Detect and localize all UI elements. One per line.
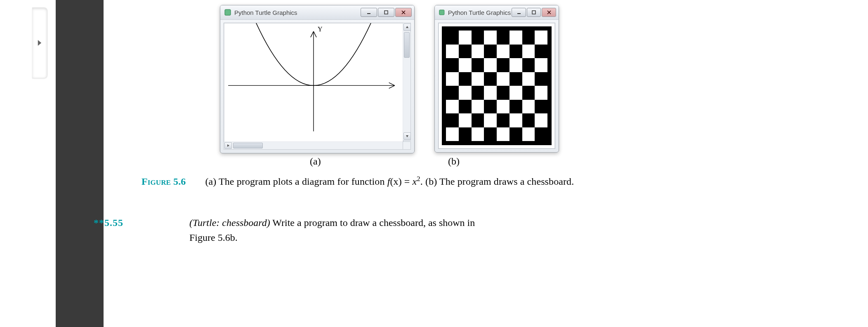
chess-square	[446, 31, 459, 45]
maximize-icon	[532, 10, 536, 14]
close-icon	[547, 10, 551, 14]
chess-square	[446, 100, 459, 114]
pdf-sidebar	[56, 0, 104, 327]
chess-square	[522, 86, 535, 100]
chess-square	[522, 45, 535, 59]
chessboard-canvas-area	[438, 23, 555, 149]
page-content: Python Turtle Graphics Y	[104, 0, 868, 327]
chess-square	[472, 31, 484, 45]
chess-square	[497, 127, 509, 141]
window-maximize-button[interactable]	[378, 8, 394, 17]
chess-square	[522, 100, 535, 114]
figure-caption: Figure 5.6 (a) The program plots a diagr…	[142, 174, 574, 188]
chess-square	[484, 45, 497, 59]
chess-square	[497, 58, 509, 72]
chess-square	[472, 86, 484, 100]
axis-label-y: Y	[318, 26, 323, 33]
chess-square	[535, 100, 547, 114]
svg-rect-0	[225, 9, 231, 15]
chess-square	[535, 86, 547, 100]
scroll-thumb-horizontal[interactable]	[233, 143, 263, 148]
close-icon	[401, 10, 406, 14]
chevron-right-icon	[226, 144, 230, 147]
chess-square	[522, 113, 535, 127]
chess-square	[472, 58, 484, 72]
window-titlebar[interactable]: Python Turtle Graphics	[435, 5, 559, 20]
window-minimize-button[interactable]	[361, 8, 377, 17]
chess-square	[459, 86, 472, 100]
chess-square	[472, 45, 484, 59]
window-title: Python Turtle Graphics	[448, 9, 511, 16]
chess-square	[497, 45, 509, 59]
chess-square	[535, 58, 547, 72]
scroll-corner	[403, 141, 411, 150]
chess-square	[497, 100, 509, 114]
vertical-scrollbar[interactable]	[403, 23, 411, 141]
chess-square	[446, 86, 459, 100]
chess-square	[459, 127, 472, 141]
chess-square	[535, 45, 547, 59]
window-close-button[interactable]	[395, 8, 412, 17]
chess-square	[484, 58, 497, 72]
chess-square	[446, 127, 459, 141]
chess-square	[472, 113, 484, 127]
chess-square	[522, 127, 535, 141]
chess-square	[472, 127, 484, 141]
chess-square	[459, 113, 472, 127]
chess-square	[522, 31, 535, 45]
scroll-down-button[interactable]	[403, 132, 411, 140]
window-titlebar[interactable]: Python Turtle Graphics	[220, 5, 414, 20]
chess-square	[509, 45, 522, 59]
chess-square	[459, 45, 472, 59]
chess-square	[459, 100, 472, 114]
chess-square	[484, 127, 497, 141]
window-minimize-button[interactable]	[512, 8, 526, 17]
svg-rect-5	[439, 10, 444, 15]
minimize-icon	[367, 10, 371, 14]
chevron-down-icon	[406, 134, 409, 138]
exercise-number: **5.55	[142, 215, 187, 230]
chess-square	[509, 72, 522, 86]
figure-number-label: Figure 5.6	[142, 175, 195, 188]
chevron-up-icon	[406, 26, 409, 29]
chess-square	[459, 31, 472, 45]
svg-rect-2	[384, 11, 388, 14]
chess-square	[509, 31, 522, 45]
chess-square	[535, 113, 547, 127]
chess-square	[446, 113, 459, 127]
chess-square	[509, 58, 522, 72]
exercise-body-1: Write a program to draw a chessboard, as…	[270, 217, 475, 228]
chevron-right-icon	[37, 40, 42, 46]
function-arg: (x)	[390, 176, 401, 187]
chess-square	[484, 113, 497, 127]
chess-square	[522, 72, 535, 86]
chess-square	[484, 31, 497, 45]
scroll-thumb-vertical[interactable]	[404, 32, 410, 58]
chess-square	[446, 45, 459, 59]
horizontal-scrollbar[interactable]	[224, 142, 403, 150]
chess-square	[535, 127, 547, 141]
subfigure-label-b: (b)	[448, 156, 460, 167]
chess-square	[484, 100, 497, 114]
maximize-icon	[384, 10, 388, 14]
window-maximize-button[interactable]	[527, 8, 541, 17]
svg-rect-6	[517, 13, 521, 14]
chess-square	[522, 58, 535, 72]
exercise-body-2: Figure 5.6b.	[189, 230, 744, 245]
chess-square	[509, 86, 522, 100]
minimize-icon	[517, 10, 521, 14]
scroll-up-button[interactable]	[403, 24, 411, 31]
chess-square	[497, 72, 509, 86]
chess-square	[459, 58, 472, 72]
sidebar-expand-handle[interactable]	[32, 7, 47, 78]
rhs-exponent: 2	[417, 175, 420, 183]
chess-square	[497, 113, 509, 127]
chess-square	[484, 86, 497, 100]
chess-square	[509, 113, 522, 127]
function-plot-svg	[224, 23, 403, 140]
chess-square	[472, 100, 484, 114]
window-close-button[interactable]	[542, 8, 556, 17]
window-title: Python Turtle Graphics	[234, 9, 297, 16]
chess-square	[472, 72, 484, 86]
scroll-right-button[interactable]	[224, 142, 232, 149]
